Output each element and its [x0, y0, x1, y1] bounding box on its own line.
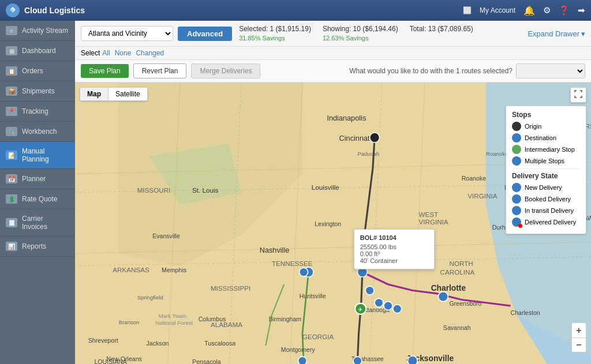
shipments-icon: 📦 — [6, 87, 17, 96]
sidebar-item-carrier-invoices[interactable]: 🧾 Carrier Invoices — [0, 209, 75, 237]
svg-point-65 — [384, 302, 392, 310]
map-background: MISSOURI ARKANSAS MISSISSIPPI TENNESSEE … — [75, 82, 591, 364]
legend-delivered-delivery: Delivered Delivery — [512, 217, 580, 227]
monitor-icon: ⬜ — [463, 6, 472, 14]
svg-text:ARKANSAS: ARKANSAS — [113, 266, 149, 273]
select-bar: Select All None Changed — [75, 47, 591, 60]
delivery-state-legend-title: Delivery State — [512, 172, 580, 180]
svg-text:Pensacola: Pensacola — [192, 358, 221, 364]
workbench-icon: 🔧 — [6, 127, 17, 136]
user-icon[interactable]: ➡ — [578, 5, 585, 16]
destination-legend-label: Destination — [525, 134, 556, 141]
svg-point-63 — [365, 286, 374, 295]
svg-text:Lexington: Lexington — [315, 220, 341, 227]
advanced-button[interactable]: Advanced — [178, 27, 232, 41]
zoom-out-button[interactable]: − — [571, 337, 586, 352]
zoom-control: + − — [571, 322, 586, 352]
route-action-select[interactable] — [516, 63, 585, 78]
sidebar-item-planner[interactable]: 📅 Planner — [0, 169, 75, 189]
manual-planning-icon: 📝 — [6, 151, 17, 160]
selected-stat: Selected: 1 ($1,915.19) 31.85% Savings — [239, 24, 311, 43]
revert-plan-button[interactable]: Revert Plan — [133, 63, 187, 78]
rate-quote-icon: 💲 — [6, 194, 17, 204]
sidebar-item-shipments[interactable]: 📦 Shipments — [0, 81, 75, 102]
sidebar: ≡ Activity Stream ▦ Dashboard 📋 Orders 📦… — [0, 21, 75, 364]
sidebar-item-rate-quote[interactable]: 💲 Rate Quote — [0, 189, 75, 209]
notifications-icon[interactable]: 🔔 — [523, 5, 535, 16]
sidebar-item-dashboard[interactable]: ▦ Dashboard — [0, 41, 75, 61]
svg-text:Louisville: Louisville — [312, 183, 339, 191]
stats-group: Selected: 1 ($1,915.19) 31.85% Savings S… — [239, 24, 473, 43]
map-tooltip: BOL# 10104 25505.00 lbs 0.00 ft³ 40' Con… — [354, 229, 435, 269]
svg-text:Cincinnati: Cincinnati — [339, 134, 372, 142]
expand-drawer-button[interactable]: Expand Drawer ▾ — [528, 29, 585, 38]
total-stat: Total: 13 ($7,089.65) — [410, 24, 473, 43]
dashboard-icon: ▦ — [6, 46, 17, 55]
origin-legend-label: Origin — [525, 123, 541, 130]
legend-origin: Origin — [512, 122, 580, 131]
planner-icon: 📅 — [6, 174, 17, 183]
svg-text:Evansville: Evansville — [152, 233, 180, 240]
new-delivery-legend-icon — [512, 183, 521, 192]
showing-stat: Showing: 10 ($6,194.46) 12.63% Savings — [323, 24, 398, 43]
main-layout: ≡ Activity Stream ▦ Dashboard 📋 Orders 📦… — [0, 21, 591, 364]
location-select[interactable]: Atlanta and Vicinity — [81, 26, 173, 41]
sidebar-item-orders[interactable]: 📋 Orders — [0, 61, 75, 81]
sidebar-item-manual-planning[interactable]: 📝 Manual Planning — [0, 142, 75, 169]
map-type-satellite-button[interactable]: Satellite — [109, 88, 147, 100]
app-name: Cloud Logistics — [24, 6, 85, 15]
svg-text:Birmingham: Birmingham — [269, 316, 302, 322]
tooltip-volume: 0.00 ft³ — [360, 250, 428, 257]
svg-text:Indianapolis: Indianapolis — [327, 114, 366, 122]
svg-point-64 — [375, 299, 383, 307]
sidebar-item-workbench[interactable]: 🔧 Workbench — [0, 122, 75, 142]
action-bar: Save Plan Revert Plan Merge Deliveries W… — [75, 60, 591, 82]
help-icon[interactable]: ❓ — [559, 5, 570, 16]
svg-text:Jackson: Jackson — [147, 340, 169, 347]
svg-text:Roanoke: Roanoke — [486, 151, 508, 157]
legend-in-transit-delivery: In transit Delivery — [512, 206, 580, 215]
merge-deliveries-button[interactable]: Merge Deliveries — [191, 63, 260, 78]
toolbar: Atlanta and Vicinity Advanced Selected: … — [75, 21, 591, 47]
intermediary-legend-icon — [512, 145, 521, 154]
intermediary-legend-label: Intermediary Stop — [525, 146, 575, 153]
app-logo-icon — [6, 3, 20, 17]
sidebar-item-activity-stream[interactable]: ≡ Activity Stream — [0, 21, 75, 41]
svg-point-69 — [407, 356, 417, 364]
svg-text:TENNESSEE: TENNESSEE — [272, 260, 313, 267]
legend-destination: Destination — [512, 133, 580, 142]
zoom-in-button[interactable]: + — [571, 322, 586, 337]
booked-delivery-legend-label: Booked Delivery — [525, 196, 571, 202]
svg-text:Mark Twain: Mark Twain — [159, 313, 187, 319]
settings-icon[interactable]: ⚙ — [543, 5, 551, 16]
svg-text:NORTH: NORTH — [449, 260, 473, 267]
legend-multiple: Multiple Stops — [512, 156, 580, 166]
svg-text:Branson: Branson — [119, 319, 140, 325]
svg-text:MISSISSIPPI: MISSISSIPPI — [211, 284, 250, 292]
svg-text:National Forest: National Forest — [155, 320, 193, 326]
select-all-link[interactable]: All — [102, 49, 110, 57]
top-nav-left: Cloud Logistics — [6, 3, 85, 17]
svg-point-67 — [438, 292, 448, 302]
fullscreen-button[interactable] — [570, 87, 586, 103]
svg-text:Paducah: Paducah — [357, 151, 379, 157]
svg-text:Montgomery: Montgomery — [281, 346, 316, 353]
svg-text:✈: ✈ — [358, 306, 362, 313]
svg-point-70 — [353, 357, 362, 364]
svg-text:Springfield: Springfield — [137, 295, 163, 301]
sidebar-item-reports[interactable]: 📊 Reports — [0, 237, 75, 257]
reports-icon: 📊 — [6, 242, 17, 251]
svg-text:Huntsville: Huntsville — [300, 293, 326, 300]
select-changed-link[interactable]: Changed — [136, 49, 164, 57]
svg-point-60 — [370, 133, 380, 142]
my-account[interactable]: My Account — [480, 6, 515, 14]
map-type-map-button[interactable]: Map — [80, 88, 109, 100]
svg-text:GEORGIA: GEORGIA — [302, 333, 334, 341]
svg-text:Shreveport: Shreveport — [88, 337, 118, 344]
sidebar-item-tracking[interactable]: 📍 Tracking — [0, 102, 75, 122]
tracking-icon: 📍 — [6, 107, 17, 116]
svg-text:MISSOURI: MISSOURI — [137, 186, 171, 194]
select-none-link[interactable]: None — [115, 49, 132, 57]
save-plan-button[interactable]: Save Plan — [81, 64, 129, 78]
map-container[interactable]: MISSOURI ARKANSAS MISSISSIPPI TENNESSEE … — [75, 82, 591, 364]
